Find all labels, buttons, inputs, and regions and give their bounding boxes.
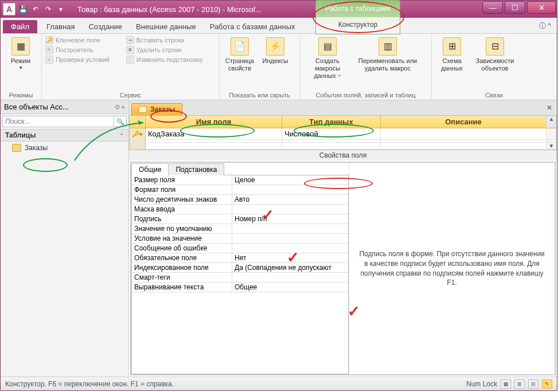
field-name-cell[interactable] <box>146 143 282 149</box>
props-tab-lookup[interactable]: Подстановка <box>168 163 224 175</box>
description-header[interactable]: Описание <box>381 116 546 128</box>
search-icon[interactable]: 🔍 <box>114 116 127 127</box>
description-cell[interactable] <box>381 128 546 139</box>
property-value[interactable] <box>232 273 348 282</box>
relationships-button[interactable]: ⊞ Схема данных <box>435 36 469 91</box>
document-tab-orders[interactable]: Заказы <box>131 103 182 115</box>
scroll-up-icon[interactable]: ▲ <box>546 116 556 128</box>
minimize-button[interactable]: — <box>482 1 503 14</box>
view-pivotchart-icon[interactable]: ⊟ <box>528 379 539 389</box>
property-name: Размер поля <box>132 175 232 185</box>
data-type-header[interactable]: Тип данных <box>282 116 381 128</box>
create-data-macros-button[interactable]: ▤ Создать макросы данных ⁃ <box>303 36 352 91</box>
property-value[interactable]: Целое <box>232 175 348 185</box>
property-row[interactable]: Маска ввода <box>132 205 348 214</box>
qat-customize-icon[interactable]: ▾ <box>56 4 66 14</box>
field-name-cell[interactable]: КодЗаказа <box>146 128 282 139</box>
primary-key-button[interactable]: 🔑Ключевое поле <box>45 36 124 44</box>
file-tab[interactable]: Файл <box>3 20 37 33</box>
nav-item-orders[interactable]: Заказы <box>1 142 128 154</box>
data-type-cell[interactable]: Числовой <box>282 128 381 139</box>
property-row[interactable]: Индексированное полеДа (Совпадения не до… <box>132 263 348 273</box>
insert-rows-button[interactable]: ➔Вставить строки <box>126 36 216 44</box>
rename-delete-macro-button[interactable]: ▥ Переименовать или удалить макрос <box>354 36 422 91</box>
create-tab[interactable]: Создание <box>81 20 129 33</box>
property-row[interactable]: Значение по умолчанию <box>132 224 348 234</box>
field-name-cell[interactable] <box>146 140 282 142</box>
props-tab-general[interactable]: Общие <box>131 163 169 175</box>
property-sheet-button[interactable]: 📄 Страница свойств <box>223 36 256 91</box>
view-button[interactable]: ▦ Режим ▾ <box>4 36 37 91</box>
property-value[interactable] <box>232 244 348 253</box>
field-name-header[interactable]: Имя поля <box>146 116 282 128</box>
access-app-icon[interactable]: A <box>3 3 15 15</box>
table-icon <box>12 144 21 152</box>
description-cell[interactable] <box>381 140 546 142</box>
chevron-up-icon: ⌃ <box>119 132 124 139</box>
property-value[interactable] <box>232 185 348 194</box>
test-rules-button[interactable]: ✓Проверка условий <box>45 56 124 64</box>
nav-header[interactable]: Все объекты Acc... ⊙ « <box>1 100 128 114</box>
maximize-button[interactable]: ☐ <box>505 1 525 14</box>
property-row[interactable]: Сообщение об ошибке <box>132 244 348 253</box>
property-row[interactable]: Выравнивание текстаОбщее <box>132 283 348 292</box>
row-selector-primary-key[interactable]: 🔑▸ <box>130 128 146 139</box>
property-row[interactable]: Условие на значение <box>132 234 348 244</box>
nav-dropdown-icon[interactable]: ⊙ « <box>115 103 125 111</box>
close-button[interactable]: ✕ <box>527 1 556 14</box>
context-tab-table-tools[interactable]: Работа с таблицами Конструктор <box>315 0 400 34</box>
indexes-button[interactable]: ⚡ Индексы <box>259 36 292 91</box>
table-icon <box>139 106 147 113</box>
property-row[interactable]: Обязательное полеНет <box>132 253 348 263</box>
save-icon[interactable]: 💾 <box>18 4 28 14</box>
object-deps-button[interactable]: ⊟ Зависимости объектов <box>471 36 519 91</box>
redo-icon[interactable]: ↷ <box>43 4 53 14</box>
modify-lookup-button[interactable]: ⋮Изменить подстановку <box>126 56 216 64</box>
row-selector[interactable] <box>130 143 146 149</box>
delete-rows-button[interactable]: ✖Удалить строки <box>126 46 216 54</box>
data-type-cell[interactable] <box>282 143 381 149</box>
property-value[interactable]: Общее <box>232 283 348 292</box>
undo-icon[interactable]: ↶ <box>30 4 41 14</box>
row-selector[interactable] <box>130 140 146 142</box>
property-value[interactable]: Да (Совпадения не допускают <box>232 263 348 272</box>
property-value[interactable] <box>232 224 348 233</box>
view-design-icon[interactable]: ✎ <box>542 379 552 389</box>
navigation-pane: Все объекты Acc... ⊙ « 🔍 Таблицы ⌃ Заказ… <box>1 100 129 377</box>
property-value[interactable]: Авто <box>232 195 348 204</box>
property-name: Сообщение об ошибке <box>132 244 232 253</box>
nav-item-label: Заказы <box>25 144 48 152</box>
property-value[interactable] <box>232 234 348 243</box>
property-name: Индексированное поле <box>132 263 232 272</box>
property-row[interactable]: Формат поля <box>132 185 348 195</box>
builder-button[interactable]: ✎Построитель <box>45 46 124 54</box>
description-cell[interactable] <box>381 143 546 149</box>
deps-label: Зависимости объектов <box>472 57 518 72</box>
status-text: Конструктор. F6 = переключение окон. F1 … <box>5 380 174 388</box>
help-icon[interactable]: ⓘ ^ <box>539 21 551 31</box>
group-relationships-caption: Связи <box>435 91 553 99</box>
nav-category-tables[interactable]: Таблицы ⌃ <box>1 129 128 142</box>
view-datasheet-icon[interactable]: ▦ <box>501 379 511 389</box>
external-data-tab[interactable]: Внешние данные <box>129 20 203 33</box>
database-tools-tab[interactable]: Работа с базами данных <box>203 20 302 33</box>
group-tools-caption: Сервис <box>45 91 216 99</box>
property-row[interactable]: Смарт-теги <box>132 273 348 283</box>
rename-macro-icon: ▥ <box>378 37 397 56</box>
data-type-cell[interactable] <box>282 140 381 142</box>
context-tab-design[interactable]: Конструктор <box>338 17 377 33</box>
property-name: Значение по умолчанию <box>132 224 232 233</box>
lookup-icon: ⋮ <box>126 56 134 64</box>
ribbon: ▦ Режим ▾ Режимы 🔑Ключевое поле ✎Построи… <box>1 34 557 100</box>
home-tab[interactable]: Главная <box>40 20 81 33</box>
scroll-down-icon[interactable]: ▼ <box>546 143 556 149</box>
property-row[interactable]: Размер поляЦелое <box>132 175 348 185</box>
property-value[interactable]: Номер п/п <box>232 214 348 224</box>
property-row[interactable]: Число десятичных знаковАвто <box>132 195 348 205</box>
view-pivottable-icon[interactable]: ⊞ <box>514 379 525 389</box>
property-row[interactable]: ПодписьНомер п/п <box>132 214 348 224</box>
close-tab-icon[interactable]: ✕ <box>547 104 552 112</box>
property-value[interactable] <box>232 205 348 214</box>
property-value[interactable]: Нет <box>232 253 348 262</box>
nav-search-input[interactable] <box>2 116 114 127</box>
